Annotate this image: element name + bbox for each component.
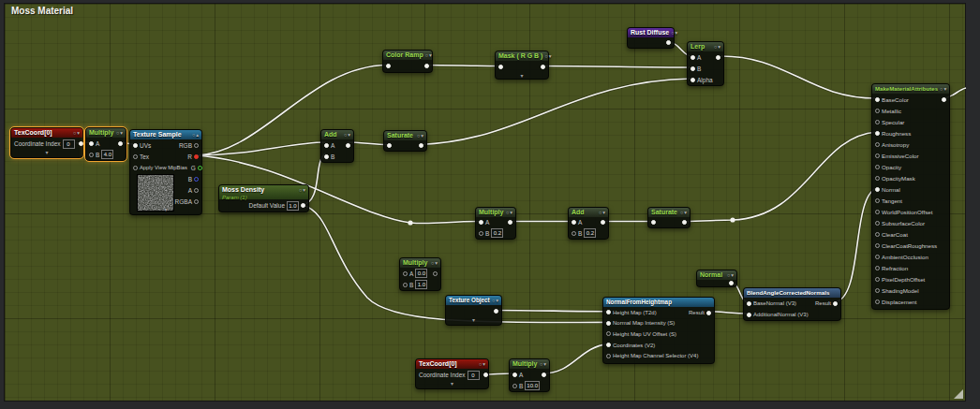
output-pin[interactable] <box>716 55 720 60</box>
node-multiply-bottom[interactable]: Multiply ○▾ A B 10.0 <box>509 358 550 392</box>
output-pin[interactable] <box>601 220 605 225</box>
preview-circle-icon[interactable]: ○ <box>492 296 495 305</box>
expander-chevron-icon[interactable]: ▾ <box>416 381 488 388</box>
input-pin[interactable] <box>875 198 880 203</box>
input-pin[interactable] <box>875 232 880 237</box>
input-pin[interactable] <box>875 153 880 158</box>
input-pin-uvs[interactable] <box>133 143 138 148</box>
input-pin-tex[interactable] <box>133 154 138 159</box>
output-pin[interactable] <box>729 281 734 285</box>
collapse-chevron-icon[interactable]: ▴ <box>196 130 199 139</box>
input-pin[interactable] <box>606 354 611 358</box>
input-pin[interactable] <box>606 343 611 347</box>
resize-grip-icon[interactable] <box>954 389 963 399</box>
collapse-chevron-icon[interactable]: ▾ <box>602 208 605 217</box>
output-pin-b[interactable] <box>194 177 199 182</box>
b-value-input[interactable]: 4.0 <box>101 150 113 159</box>
output-pin[interactable] <box>419 143 423 148</box>
input-pin[interactable] <box>875 142 880 147</box>
collapse-chevron-icon[interactable]: ▾ <box>435 258 438 268</box>
collapse-chevron-icon[interactable]: ▾ <box>943 84 946 94</box>
output-pin[interactable] <box>682 220 687 225</box>
input-pin-a[interactable] <box>89 141 94 146</box>
reroute-node[interactable] <box>730 217 735 222</box>
input-pin[interactable] <box>875 131 880 136</box>
input-pin[interactable] <box>651 220 656 225</box>
input-pin[interactable] <box>875 266 880 270</box>
input-pin-a[interactable] <box>403 271 408 276</box>
collapse-chevron-icon[interactable]: ▾ <box>510 208 512 217</box>
input-pin-a[interactable] <box>572 220 576 225</box>
expander-chevron-icon[interactable]: ▾ <box>11 150 82 157</box>
output-pin[interactable] <box>79 141 83 146</box>
input-pin[interactable] <box>875 255 880 259</box>
expander-chevron-icon[interactable]: ▾ <box>496 73 548 79</box>
input-pin-a[interactable] <box>690 55 695 60</box>
input-pin[interactable] <box>875 210 880 214</box>
output-pin[interactable] <box>433 271 438 276</box>
preview-circle-icon[interactable]: ○ <box>431 258 434 268</box>
node-add-mid[interactable]: Add ○▾ A B 0.2 <box>568 207 609 240</box>
input-pin-b[interactable] <box>690 66 695 71</box>
reroute-node[interactable] <box>408 220 412 225</box>
output-pin-rgba[interactable] <box>194 199 199 204</box>
preview-circle-icon[interactable]: ○ <box>671 28 674 37</box>
output-pin[interactable] <box>541 65 545 69</box>
preview-circle-icon[interactable]: ○ <box>540 359 542 369</box>
input-pin-alpha[interactable] <box>690 78 695 82</box>
input-pin[interactable] <box>875 109 880 113</box>
node-multiply-float[interactable]: Multiply ○▾ A 0.0 B 1.0 <box>399 257 441 291</box>
preview-circle-icon[interactable]: ○ <box>544 51 547 61</box>
node-make-material-attributes[interactable]: MakeMaterialAttributes ○▾ BaseColorMetal… <box>871 83 950 310</box>
default-value-input[interactable]: 1.0 <box>287 201 299 211</box>
input-pin[interactable] <box>875 97 880 102</box>
input-pin-additionalnormal[interactable] <box>747 313 751 317</box>
output-pin[interactable] <box>301 203 305 208</box>
collapse-chevron-icon[interactable]: ▾ <box>496 296 498 305</box>
input-pin-mipbias[interactable] <box>133 166 138 170</box>
input-pin[interactable] <box>387 143 392 148</box>
input-pin-a[interactable] <box>479 220 483 225</box>
collapse-chevron-icon[interactable]: ▾ <box>120 128 123 138</box>
input-pin[interactable] <box>606 321 611 326</box>
output-pin[interactable] <box>542 372 546 377</box>
output-pin[interactable] <box>118 141 123 146</box>
preview-circle-icon[interactable]: ○ <box>727 270 730 280</box>
node-lerp[interactable]: Lerp ○▾ A B Alpha <box>687 41 724 86</box>
preview-circle-icon[interactable]: ○ <box>116 128 119 138</box>
node-multiply-mid[interactable]: Multiply ○▾ A B 0.2 <box>475 207 516 240</box>
node-add-top[interactable]: Add ○▾ A B <box>320 129 354 163</box>
collapse-chevron-icon[interactable]: ▾ <box>303 185 305 195</box>
input-pin-a[interactable] <box>512 372 517 377</box>
a-value-input[interactable]: 0.0 <box>415 269 427 278</box>
node-texture-object[interactable]: Texture Object ○▾ ▾ <box>445 295 502 326</box>
collapse-chevron-icon[interactable]: ▾ <box>543 359 546 369</box>
node-blend-angle-corrected-normals[interactable]: BlendAngleCorrectedNormals BaseNormal (V… <box>743 287 841 321</box>
coordinate-index-input[interactable]: 0 <box>63 139 75 149</box>
input-pin-a[interactable] <box>324 143 329 148</box>
node-multiply-top[interactable]: Multiply ○▾ A B 4.0 <box>85 127 126 161</box>
preview-circle-icon[interactable]: ○ <box>506 208 509 217</box>
output-pin-result[interactable] <box>833 301 838 306</box>
input-pin-b[interactable] <box>89 153 94 157</box>
node-rust-diffuse[interactable]: Rust Diffuse ○▾ <box>627 27 675 49</box>
output-pin-result[interactable] <box>706 311 711 315</box>
node-normal-from-heightmap[interactable]: NormalFromHeightmap Height Map (T2d)Norm… <box>602 297 715 364</box>
preview-circle-icon[interactable]: ○ <box>192 130 195 139</box>
collapse-chevron-icon[interactable]: ▾ <box>421 131 423 140</box>
b-value-input[interactable]: 10.0 <box>525 381 540 390</box>
output-pin[interactable] <box>494 309 498 314</box>
preview-circle-icon[interactable]: ○ <box>940 84 943 94</box>
preview-circle-icon[interactable]: ○ <box>73 128 76 138</box>
node-saturate-mid[interactable]: Saturate ○▾ <box>647 207 690 228</box>
input-pin-b[interactable] <box>479 231 483 236</box>
input-pin[interactable] <box>875 176 880 181</box>
output-pin[interactable] <box>666 40 671 45</box>
node-moss-density[interactable]: Moss Density ○▾ Param (1) Default Value … <box>218 184 309 212</box>
node-normal[interactable]: Normal ○▾ <box>696 270 737 287</box>
input-pin-basenormal[interactable] <box>747 301 751 306</box>
input-pin[interactable] <box>875 187 880 192</box>
preview-circle-icon[interactable]: ○ <box>417 131 420 140</box>
input-pin-b[interactable] <box>403 283 408 287</box>
input-pin[interactable] <box>875 299 880 304</box>
